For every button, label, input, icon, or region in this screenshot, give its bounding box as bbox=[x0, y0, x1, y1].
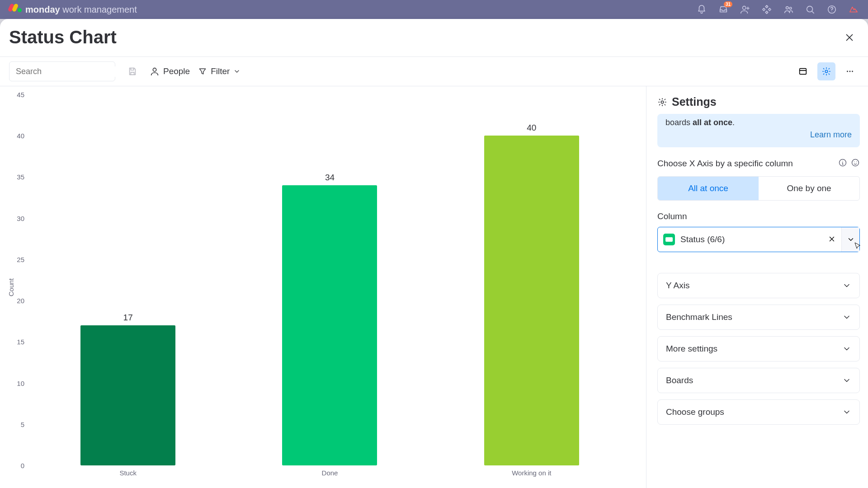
notifications-icon[interactable] bbox=[696, 4, 707, 15]
svg-rect-8 bbox=[800, 69, 807, 75]
y-tick: 35 bbox=[11, 173, 24, 181]
accordion-label: Choose groups bbox=[666, 407, 724, 417]
dashboard-modal: Status Chart People Filter bbox=[0, 19, 868, 488]
page-title: Status Chart bbox=[9, 27, 117, 47]
info-card: boards all at once. Learn more bbox=[657, 114, 860, 147]
chevron-down-icon bbox=[842, 344, 851, 353]
teams-icon[interactable] bbox=[783, 4, 794, 15]
bar-rect bbox=[484, 136, 579, 465]
segment-all-at-once[interactable]: All at once bbox=[658, 177, 759, 200]
y-tick: 45 bbox=[11, 91, 24, 99]
settings-heading: Settings bbox=[657, 95, 860, 108]
bar-working-on-it[interactable]: 40 bbox=[484, 123, 579, 465]
bar-rect bbox=[80, 325, 175, 465]
chevron-down-icon bbox=[842, 281, 851, 290]
help-icon[interactable] bbox=[826, 4, 837, 15]
info-text-bold: all at once bbox=[693, 118, 732, 127]
bar-stuck[interactable]: 17 bbox=[80, 313, 175, 465]
chevron-down-icon bbox=[842, 313, 851, 322]
accordion-choose-groups[interactable]: Choose groups bbox=[657, 399, 860, 425]
search-field[interactable] bbox=[15, 66, 122, 77]
people-button[interactable]: People bbox=[150, 66, 190, 76]
save-view-button[interactable] bbox=[123, 62, 142, 80]
y-axis-title: Count bbox=[7, 278, 15, 296]
column-label: Column bbox=[657, 211, 860, 221]
brand: monday work management bbox=[9, 4, 137, 15]
y-tick: 20 bbox=[11, 297, 24, 305]
close-button[interactable] bbox=[844, 33, 854, 42]
accordion-label: Benchmark Lines bbox=[666, 312, 732, 322]
info-text-suffix: . bbox=[732, 118, 735, 127]
column-select-value: Status (6/6) bbox=[680, 235, 725, 244]
toolbar: People Filter bbox=[0, 56, 868, 86]
settings-button[interactable] bbox=[817, 62, 835, 80]
xaxis-label: Choose X Axis by a specific column bbox=[657, 159, 793, 169]
y-tick: 10 bbox=[11, 379, 24, 387]
svg-point-0 bbox=[743, 6, 746, 9]
cursor-icon bbox=[853, 242, 862, 251]
status-column-icon bbox=[663, 234, 675, 245]
brand-rest: work management bbox=[60, 5, 137, 14]
filter-icon bbox=[198, 67, 207, 76]
feedback-icon[interactable] bbox=[851, 158, 860, 169]
inbox-icon[interactable]: 31 bbox=[718, 4, 729, 15]
svg-point-11 bbox=[849, 71, 851, 72]
monday-topbar: monday work management 31 bbox=[0, 0, 868, 19]
accordion-more-settings[interactable]: More settings bbox=[657, 336, 860, 361]
brand-bold: monday bbox=[25, 5, 60, 14]
inbox-badge: 31 bbox=[724, 1, 732, 7]
svg-point-9 bbox=[825, 70, 828, 73]
accordion-y-axis[interactable]: Y Axis bbox=[657, 273, 860, 298]
x-tick-label: Working on it bbox=[484, 469, 579, 477]
y-tick: 25 bbox=[11, 255, 24, 263]
topbar-actions: 31 bbox=[696, 4, 859, 15]
title-row: Status Chart bbox=[0, 19, 868, 56]
svg-point-5 bbox=[831, 11, 832, 12]
y-tick: 5 bbox=[11, 420, 24, 428]
monday-logo-icon bbox=[9, 4, 21, 15]
bar-rect bbox=[282, 185, 377, 465]
search-input[interactable] bbox=[9, 61, 115, 81]
accordion-label: Boards bbox=[666, 375, 693, 385]
chevron-down-icon bbox=[842, 408, 851, 417]
chevron-down-icon bbox=[233, 68, 241, 75]
y-tick: 40 bbox=[11, 132, 24, 140]
more-button[interactable] bbox=[841, 62, 859, 80]
filter-label: Filter bbox=[211, 66, 230, 76]
learn-more-link[interactable]: Learn more bbox=[810, 129, 852, 141]
info-icon[interactable] bbox=[838, 158, 847, 169]
x-tick-label: Done bbox=[282, 469, 377, 477]
segment-one-by-one[interactable]: One by one bbox=[759, 177, 859, 200]
clear-column-button[interactable] bbox=[828, 235, 837, 244]
invite-icon[interactable] bbox=[740, 4, 750, 15]
svg-point-12 bbox=[852, 71, 853, 72]
info-text-prefix: boards bbox=[665, 118, 693, 127]
chevron-down-icon bbox=[842, 376, 851, 385]
bar-value-label: 40 bbox=[527, 123, 536, 133]
svg-point-2 bbox=[789, 7, 792, 9]
chart-area: Count 051015202530354045173440StuckDoneW… bbox=[0, 86, 646, 488]
y-tick: 15 bbox=[11, 338, 24, 346]
accordion-boards[interactable]: Boards bbox=[657, 368, 860, 393]
accordion-benchmark-lines[interactable]: Benchmark Lines bbox=[657, 305, 860, 330]
people-label: People bbox=[163, 66, 190, 76]
filter-button[interactable]: Filter bbox=[198, 66, 241, 76]
workspace-icon[interactable] bbox=[848, 4, 859, 15]
settings-heading-text: Settings bbox=[672, 95, 717, 108]
accordion-label: More settings bbox=[666, 344, 717, 354]
fullscreen-button[interactable] bbox=[794, 62, 812, 80]
person-icon bbox=[150, 66, 160, 76]
svg-point-7 bbox=[153, 68, 156, 71]
bar-done[interactable]: 34 bbox=[282, 173, 377, 465]
svg-point-13 bbox=[661, 101, 664, 103]
apps-icon[interactable] bbox=[761, 4, 772, 15]
column-select[interactable]: Status (6/6) bbox=[657, 227, 860, 252]
xaxis-mode-toggle[interactable]: All at once One by one bbox=[657, 176, 860, 201]
x-tick-label: Stuck bbox=[80, 469, 175, 477]
y-tick: 0 bbox=[11, 462, 24, 469]
bar-value-label: 34 bbox=[325, 173, 335, 183]
gear-icon bbox=[657, 97, 667, 107]
svg-point-10 bbox=[847, 71, 848, 72]
search-icon[interactable] bbox=[805, 4, 816, 15]
svg-point-15 bbox=[852, 160, 859, 166]
